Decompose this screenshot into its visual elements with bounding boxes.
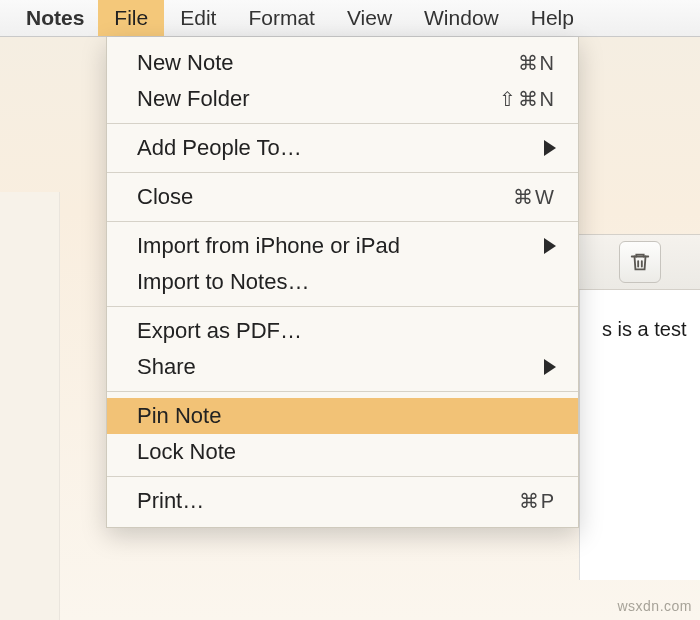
menu-window[interactable]: Window xyxy=(408,0,515,36)
note-text-line: s is a test xyxy=(602,318,682,341)
delete-note-button[interactable] xyxy=(619,241,661,283)
menuitem-pin-note[interactable]: Pin Note xyxy=(107,398,578,434)
shortcut: ⌘P xyxy=(519,483,556,519)
menu-separator xyxy=(107,306,578,307)
file-menu-dropdown: New Note⌘N New Folder⇧⌘N Add People To… … xyxy=(106,37,579,528)
submenu-arrow-icon xyxy=(544,359,556,375)
menu-edit[interactable]: Edit xyxy=(164,0,232,36)
menu-separator xyxy=(107,476,578,477)
menuitem-close[interactable]: Close⌘W xyxy=(107,179,578,215)
menuitem-import-iphone-ipad[interactable]: Import from iPhone or iPad xyxy=(107,228,578,264)
shortcut: ⌘N xyxy=(518,45,556,81)
menu-separator xyxy=(107,123,578,124)
menu-file[interactable]: File xyxy=(98,0,164,36)
menuitem-lock-note[interactable]: Lock Note xyxy=(107,434,578,470)
menu-help[interactable]: Help xyxy=(515,0,590,36)
menuitem-new-folder[interactable]: New Folder⇧⌘N xyxy=(107,81,578,117)
menu-separator xyxy=(107,172,578,173)
app-name: Notes xyxy=(12,0,98,36)
shortcut: ⌘W xyxy=(513,179,556,215)
menuitem-export-as-pdf[interactable]: Export as PDF… xyxy=(107,313,578,349)
menuitem-print[interactable]: Print…⌘P xyxy=(107,483,578,519)
menu-separator xyxy=(107,221,578,222)
menu-format[interactable]: Format xyxy=(232,0,331,36)
menubar: Notes File Edit Format View Window Help xyxy=(0,0,700,37)
trash-icon xyxy=(629,251,651,273)
menu-separator xyxy=(107,391,578,392)
notes-sidebar xyxy=(0,192,60,620)
notes-toolbar xyxy=(579,234,700,290)
menuitem-add-people-to[interactable]: Add People To… xyxy=(107,130,578,166)
shortcut: ⇧⌘N xyxy=(499,81,556,117)
watermark: wsxdn.com xyxy=(617,598,692,614)
note-content-area[interactable]: s is a test xyxy=(579,290,700,580)
menu-view[interactable]: View xyxy=(331,0,408,36)
menuitem-share[interactable]: Share xyxy=(107,349,578,385)
submenu-arrow-icon xyxy=(544,238,556,254)
menuitem-new-note[interactable]: New Note⌘N xyxy=(107,45,578,81)
menuitem-import-to-notes[interactable]: Import to Notes… xyxy=(107,264,578,300)
submenu-arrow-icon xyxy=(544,140,556,156)
